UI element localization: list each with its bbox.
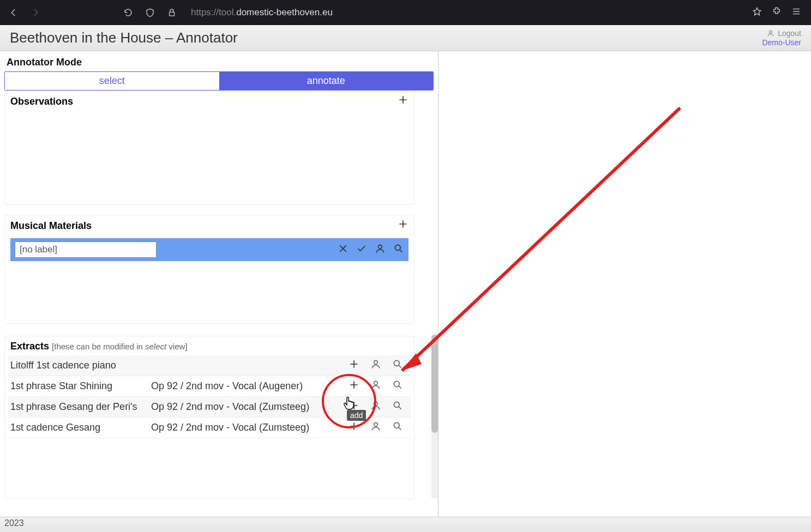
- add-material-button[interactable]: [398, 219, 408, 233]
- extract-name: Litolff 1st cadence piano: [10, 360, 151, 371]
- main-area: Annotator Mode select annotate Observati…: [0, 51, 811, 517]
- mode-toggle: select annotate: [4, 71, 434, 90]
- material-row[interactable]: [10, 238, 408, 261]
- mode-select-button[interactable]: select: [5, 72, 219, 90]
- logout-link[interactable]: Logout: [778, 29, 801, 38]
- svg-point-1: [770, 31, 772, 33]
- extract-add-button[interactable]: [343, 359, 365, 372]
- extracts-header: Extracts [these can be modified in selec…: [5, 336, 414, 354]
- extract-search-button[interactable]: [387, 400, 408, 414]
- svg-point-9: [394, 402, 399, 407]
- person-icon[interactable]: [375, 243, 386, 256]
- app-title: Beethoven in the House – Annotator: [10, 29, 238, 46]
- extract-person-button[interactable]: [365, 400, 387, 414]
- extract-add-button[interactable]: [343, 379, 365, 393]
- menu-icon[interactable]: [791, 7, 801, 19]
- bookmark-icon[interactable]: [752, 7, 762, 19]
- observations-panel: Observations: [4, 90, 414, 205]
- user-name[interactable]: Demo-User: [762, 38, 801, 47]
- extract-row: 1st phrase Gesang der Peri'sOp 92 / 2nd …: [8, 397, 411, 418]
- extract-row: 1st cadence GesangOp 92 / 2nd mov - Voca…: [8, 418, 411, 438]
- extract-person-button[interactable]: [365, 359, 387, 372]
- browser-toolbar: https://tool.domestic-beethoven.eu: [0, 0, 811, 25]
- materials-title: Musical Materials: [10, 220, 92, 232]
- reload-button[interactable]: [120, 4, 136, 21]
- extract-row: 1st phrase Star ShiningOp 92 / 2nd mov -…: [8, 376, 411, 397]
- extract-name: 1st cadence Gesang: [10, 422, 151, 433]
- search-icon[interactable]: [393, 243, 404, 256]
- right-panel: [438, 51, 811, 517]
- footer-year: 2023: [4, 518, 24, 528]
- svg-point-10: [374, 422, 378, 426]
- svg-point-4: [374, 360, 378, 364]
- extracts-hint: [these can be modified in select view]: [52, 342, 187, 351]
- extract-add-button[interactable]: [343, 400, 365, 414]
- extract-source: Op 92 / 2nd mov - Vocal (Zumsteeg): [151, 422, 343, 433]
- materials-panel: Musical Materials: [4, 215, 414, 324]
- extract-person-button[interactable]: [365, 379, 387, 393]
- shield-icon[interactable]: [142, 4, 158, 21]
- svg-point-6: [374, 381, 378, 385]
- extract-name: 1st phrase Star Shining: [10, 380, 151, 392]
- back-button[interactable]: [5, 4, 22, 21]
- extracts-title: Extracts: [10, 341, 49, 352]
- forward-button[interactable]: [27, 4, 44, 21]
- material-label-input[interactable]: [15, 241, 157, 258]
- svg-point-3: [395, 245, 400, 250]
- mode-label: Annotator Mode: [4, 57, 434, 68]
- svg-point-2: [379, 245, 382, 249]
- left-panel: Annotator Mode select annotate Observati…: [0, 51, 438, 517]
- extract-search-button[interactable]: [387, 359, 408, 372]
- user-box: Logout Demo-User: [762, 29, 801, 47]
- svg-point-5: [394, 360, 399, 366]
- app-header: Beethoven in the House – Annotator Logou…: [0, 25, 811, 51]
- extract-source: Op 92 / 2nd mov - Vocal (Augener): [151, 380, 343, 392]
- svg-point-8: [374, 402, 378, 406]
- extract-add-button[interactable]: [343, 421, 365, 434]
- url-text: https://tool.domestic-beethoven.eu: [191, 7, 333, 18]
- extract-row: Litolff 1st cadence piano: [8, 355, 411, 376]
- svg-point-7: [394, 381, 399, 386]
- extract-name: 1st phrase Gesang der Peri's: [10, 401, 151, 413]
- svg-point-11: [394, 422, 399, 428]
- mode-annotate-button[interactable]: annotate: [219, 72, 434, 90]
- scrollbar-thumb[interactable]: [431, 335, 438, 433]
- footer: 2023: [0, 517, 811, 532]
- cancel-icon[interactable]: [338, 243, 349, 256]
- extracts-panel: Extracts [these can be modified in selec…: [4, 336, 414, 499]
- extract-source: Op 92 / 2nd mov - Vocal (Zumsteeg): [151, 401, 343, 413]
- extract-person-button[interactable]: [365, 421, 387, 434]
- confirm-icon[interactable]: [356, 243, 367, 256]
- add-observation-button[interactable]: [398, 94, 408, 108]
- url-bar[interactable]: https://tool.domestic-beethoven.eu: [185, 3, 747, 22]
- extensions-icon[interactable]: [772, 7, 782, 19]
- extract-search-button[interactable]: [387, 379, 408, 393]
- observations-title: Observations: [10, 96, 73, 107]
- lock-icon: [164, 4, 180, 21]
- extract-search-button[interactable]: [387, 421, 408, 434]
- user-icon: [767, 29, 774, 37]
- svg-rect-0: [170, 12, 175, 16]
